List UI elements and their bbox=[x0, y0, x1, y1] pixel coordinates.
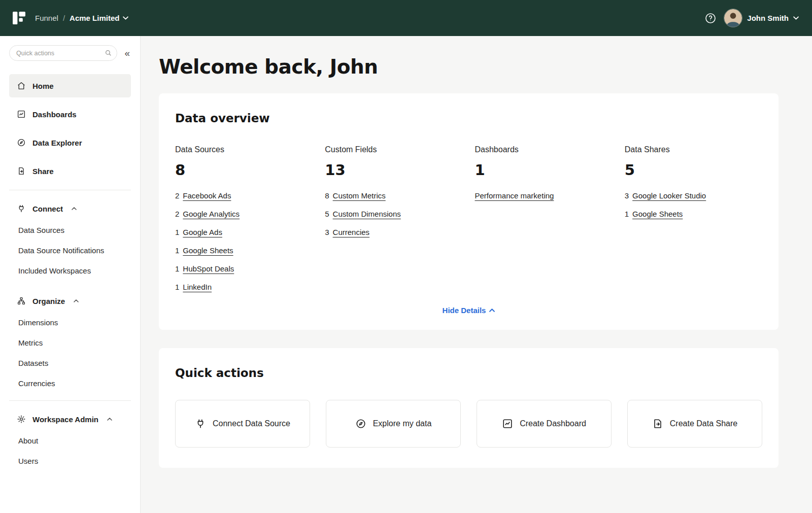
link-count: 3 bbox=[325, 228, 329, 236]
sidebar-item-data-source-notifications[interactable]: Data Source Notifications bbox=[0, 240, 140, 260]
link-count: 2 bbox=[175, 191, 179, 200]
connect-data-source-button[interactable]: Connect Data Source bbox=[175, 400, 310, 448]
overview-link[interactable]: 2Facebook Ads bbox=[175, 191, 313, 200]
compass-icon bbox=[17, 138, 26, 147]
overview-link[interactable]: 1Google Sheets bbox=[625, 210, 762, 218]
overview-link[interactable]: 3Currencies bbox=[325, 228, 462, 236]
sidebar-collapse-icon[interactable]: « bbox=[122, 47, 132, 59]
quick-actions-grid: Connect Data Source Explore my data Crea… bbox=[175, 400, 762, 453]
overview-column-custom-fields: Custom Fields 13 8Custom Metrics 5Custom… bbox=[325, 145, 462, 301]
sidebar-item-home[interactable]: Home bbox=[9, 74, 131, 97]
topbar: Funnel / Acme Limited John Smith bbox=[0, 0, 812, 36]
sidebar-item-data-explorer[interactable]: Data Explorer bbox=[9, 131, 131, 154]
hide-details-label: Hide Details bbox=[443, 306, 486, 315]
plug-icon bbox=[17, 204, 26, 213]
link-count: 1 bbox=[175, 246, 179, 255]
column-count: 13 bbox=[325, 161, 462, 179]
link-count: 1 bbox=[175, 264, 179, 273]
chevron-down-icon bbox=[123, 16, 128, 20]
link-label: HubSpot Deals bbox=[183, 264, 234, 273]
overview-link[interactable]: 1Google Sheets bbox=[175, 246, 313, 255]
create-data-share-button[interactable]: Create Data Share bbox=[627, 400, 762, 448]
hide-details-button[interactable]: Hide Details bbox=[175, 306, 762, 315]
sidebar-item-dimensions[interactable]: Dimensions bbox=[0, 312, 140, 332]
overview-link[interactable]: 3Google Looker Studio bbox=[625, 191, 762, 200]
column-count: 5 bbox=[625, 161, 762, 179]
sidebar-item-dashboards[interactable]: Dashboards bbox=[9, 102, 131, 126]
search-input[interactable] bbox=[9, 45, 117, 61]
section-label: Workspace Admin bbox=[32, 415, 98, 424]
file-export-icon bbox=[652, 418, 663, 429]
overview-grid: Data Sources 8 2Facebook Ads 2Google Ana… bbox=[175, 145, 762, 301]
overview-link[interactable]: 1Google Ads bbox=[175, 228, 313, 236]
sidebar-item-about[interactable]: About bbox=[0, 430, 140, 451]
chevron-up-icon bbox=[72, 207, 77, 210]
user-name: John Smith bbox=[747, 14, 789, 22]
chevron-down-icon bbox=[793, 16, 799, 20]
link-count: 2 bbox=[175, 210, 179, 218]
sidebar-item-label: Share bbox=[32, 167, 54, 176]
breadcrumb-separator: / bbox=[63, 14, 65, 22]
chevron-up-icon bbox=[489, 309, 495, 312]
sidebar-item-label: Dashboards bbox=[32, 110, 77, 119]
chevron-up-icon bbox=[107, 418, 112, 421]
plug-icon bbox=[195, 418, 206, 429]
column-label: Dashboards bbox=[475, 145, 613, 154]
workspace-name: Acme Limited bbox=[70, 14, 119, 22]
dashboards-icon bbox=[17, 110, 26, 119]
sidebar-item-label: Home bbox=[32, 82, 54, 90]
sidebar: « Home Dashboards Data Explorer Share bbox=[0, 36, 141, 513]
workspace-selector[interactable]: Acme Limited bbox=[70, 14, 128, 22]
overview-link[interactable]: 5Custom Dimensions bbox=[325, 210, 462, 218]
main-content: Welcome back, John Data overview Data So… bbox=[141, 36, 812, 513]
breadcrumb: Funnel / Acme Limited bbox=[35, 14, 128, 22]
breadcrumb-app-name[interactable]: Funnel bbox=[35, 14, 58, 22]
quick-action-label: Explore my data bbox=[373, 419, 432, 428]
link-count: 1 bbox=[175, 283, 179, 291]
overview-column-data-sources: Data Sources 8 2Facebook Ads 2Google Ana… bbox=[175, 145, 313, 301]
overview-link[interactable]: 1LinkedIn bbox=[175, 283, 313, 291]
avatar bbox=[724, 9, 742, 27]
link-label: Performance marketing bbox=[475, 191, 554, 200]
overview-link[interactable]: Performance marketing bbox=[475, 191, 613, 200]
quick-actions-card: Quick actions Connect Data Source Explor… bbox=[159, 348, 779, 468]
overview-link[interactable]: 8Custom Metrics bbox=[325, 191, 462, 200]
sidebar-item-share[interactable]: Share bbox=[9, 159, 131, 183]
sidebar-section-connect: Connect Data Sources Data Source Notific… bbox=[0, 197, 140, 281]
sidebar-item-currencies[interactable]: Currencies bbox=[0, 373, 140, 393]
divider bbox=[9, 190, 131, 190]
sidebar-item-data-sources[interactable]: Data Sources bbox=[0, 220, 140, 240]
funnel-logo-icon[interactable] bbox=[12, 11, 26, 25]
overview-link[interactable]: 1HubSpot Deals bbox=[175, 264, 313, 273]
link-count: 5 bbox=[325, 210, 329, 218]
quick-action-label: Create Data Share bbox=[670, 419, 737, 428]
link-label: Currencies bbox=[333, 228, 370, 236]
create-dashboard-button[interactable]: Create Dashboard bbox=[477, 400, 612, 448]
column-label: Data Shares bbox=[625, 145, 762, 154]
chart-icon bbox=[502, 418, 513, 429]
share-document-icon bbox=[17, 166, 26, 176]
section-header-connect[interactable]: Connect bbox=[0, 197, 140, 220]
link-label: Google Analytics bbox=[183, 210, 240, 218]
section-header-organize[interactable]: Organize bbox=[0, 290, 140, 312]
sidebar-item-label: Data Explorer bbox=[32, 139, 82, 147]
section-header-workspace-admin[interactable]: Workspace Admin bbox=[0, 408, 140, 430]
overview-column-data-shares: Data Shares 5 3Google Looker Studio 1Goo… bbox=[625, 145, 762, 301]
overview-link[interactable]: 2Google Analytics bbox=[175, 210, 313, 218]
page-title: Welcome back, John bbox=[159, 55, 779, 78]
sidebar-item-datasets[interactable]: Datasets bbox=[0, 353, 140, 373]
link-label: Facebook Ads bbox=[183, 191, 231, 200]
explore-my-data-button[interactable]: Explore my data bbox=[326, 400, 461, 448]
column-label: Custom Fields bbox=[325, 145, 462, 154]
user-menu[interactable]: John Smith bbox=[724, 9, 799, 27]
help-icon[interactable] bbox=[704, 12, 717, 24]
overview-column-dashboards: Dashboards 1 Performance marketing bbox=[475, 145, 613, 301]
sidebar-item-metrics[interactable]: Metrics bbox=[0, 332, 140, 353]
compass-icon bbox=[355, 418, 366, 429]
sidebar-item-users[interactable]: Users bbox=[0, 451, 140, 471]
link-count: 1 bbox=[175, 228, 179, 236]
column-count: 1 bbox=[475, 161, 613, 179]
link-label: Custom Dimensions bbox=[333, 210, 401, 218]
home-icon bbox=[17, 81, 26, 90]
sidebar-item-included-workspaces[interactable]: Included Workspaces bbox=[0, 260, 140, 281]
